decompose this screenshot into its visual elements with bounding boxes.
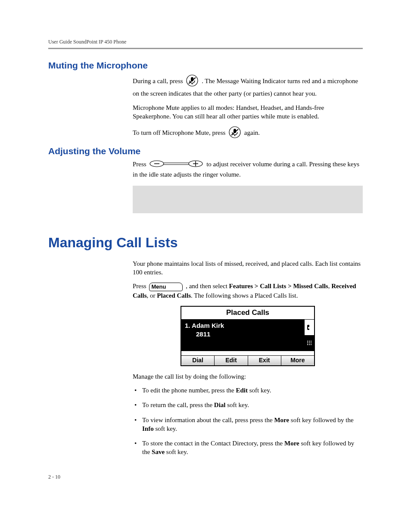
heading-volume: Adjusting the Volume <box>48 146 363 156</box>
softkey-exit: Exit <box>248 356 281 365</box>
text: To return the call, press the <box>142 401 214 408</box>
phone-lcd-figure: Placed Calls 1. Adam Kirk 2811 <box>181 306 315 366</box>
svg-rect-16 <box>309 341 310 342</box>
text: . The following shows a Placed Calls lis… <box>191 292 298 299</box>
menu-key-icon: Menu <box>149 283 183 291</box>
mute-paragraph-3: To turn off Microphone Mute, press again… <box>133 126 363 141</box>
list-item: To store the contact in the Contact Dire… <box>133 439 363 457</box>
volume-paragraph: Press to adjust receiver volume during a… <box>133 160 363 179</box>
header-rule <box>48 48 363 49</box>
text: , or <box>147 292 157 299</box>
running-header: User Guide SoundPoint IP 450 Phone <box>48 39 363 45</box>
lcd-row-name: 1. Adam Kirk <box>185 321 301 330</box>
mute-paragraph-2: Microphone Mute applies to all modes: Ha… <box>133 103 363 121</box>
text: soft key. <box>154 425 177 432</box>
text: To edit the phone number, press the <box>142 387 236 394</box>
placed-calls-bold: Placed Calls <box>157 292 191 299</box>
calls-intro: Your phone maintains local lists of miss… <box>133 259 363 277</box>
lcd-softkey-row: Dial Edit Exit More <box>181 355 314 365</box>
calls-nav: Press Menu , and then select Features > … <box>133 282 363 300</box>
lcd-sidebar <box>304 320 314 351</box>
softkey-dial: Dial <box>181 356 215 365</box>
lcd-row-number: 2811 <box>196 330 301 339</box>
list-item: To return the call, press the Dial soft … <box>133 401 363 409</box>
softkey-more: More <box>281 356 314 365</box>
softkey-name: Edit <box>236 387 248 394</box>
text: soft key. <box>248 387 271 394</box>
text: Press <box>133 283 148 289</box>
softkey-name: Dial <box>214 401 226 408</box>
list-item: To edit the phone number, press the Edit… <box>133 386 363 395</box>
keypad-icon <box>305 336 314 351</box>
heading-muting: Muting the Microphone <box>48 60 363 71</box>
svg-rect-21 <box>307 344 308 345</box>
svg-rect-23 <box>311 344 311 345</box>
text: To view information about the call, pres… <box>142 417 274 423</box>
mute-icon <box>228 126 241 141</box>
note-placeholder <box>133 186 363 213</box>
softkey-name: More <box>284 440 299 447</box>
lcd-selected-row: 1. Adam Kirk 2811 <box>181 320 304 351</box>
menu-path: Features > Call Lists > Missed Calls <box>229 283 328 289</box>
page-number: 2 - 10 <box>48 474 363 480</box>
heading-managing-call-lists: Managing Call Lists <box>48 235 363 251</box>
softkey-name: Info <box>142 425 154 432</box>
text: soft key followed by the <box>289 417 354 423</box>
volume-rocker-icon <box>149 160 203 170</box>
text: soft key. <box>225 401 249 408</box>
manage-bullet-list: To edit the phone number, press the Edit… <box>133 386 363 457</box>
svg-rect-18 <box>307 342 308 343</box>
mute-paragraph-1: During a call, press . The Message Waiti… <box>133 74 363 98</box>
svg-rect-22 <box>309 344 310 345</box>
svg-rect-19 <box>309 342 310 343</box>
text: To turn off Microphone Mute, press <box>133 129 227 136</box>
handset-icon <box>305 320 314 336</box>
svg-rect-17 <box>311 341 311 342</box>
svg-rect-20 <box>311 342 311 343</box>
softkey-name: More <box>274 417 289 423</box>
softkey-name: Save <box>152 448 165 455</box>
text: again. <box>244 129 260 136</box>
manage-intro: Manage the call list by doing the follow… <box>133 372 363 381</box>
softkey-edit: Edit <box>215 356 248 365</box>
text: , and then select <box>186 283 229 289</box>
lcd-title: Placed Calls <box>181 307 314 320</box>
text: Press <box>133 161 148 168</box>
text: soft key. <box>165 448 188 455</box>
text: To store the contact in the Contact Dire… <box>142 440 284 447</box>
text: During a call, press <box>133 78 184 84</box>
list-item: To view information about the call, pres… <box>133 416 363 433</box>
mute-icon <box>186 74 199 89</box>
svg-rect-15 <box>307 341 308 342</box>
